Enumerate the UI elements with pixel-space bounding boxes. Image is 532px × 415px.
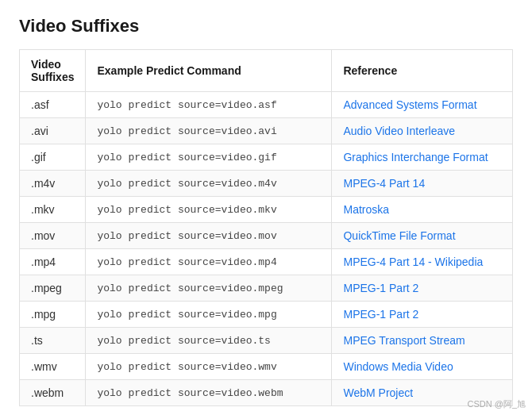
- reference-link[interactable]: MPEG-4 Part 14 - Wikipedia: [343, 256, 483, 268]
- reference-cell[interactable]: Advanced Systems Format: [332, 92, 513, 118]
- suffix-cell: .ts: [20, 328, 86, 354]
- reference-link[interactable]: Audio Video Interleave: [343, 125, 455, 137]
- table-row: .webmyolo predict source=video.webmWebM …: [20, 380, 513, 406]
- reference-cell[interactable]: MPEG-1 Part 2: [332, 302, 513, 328]
- reference-link[interactable]: Graphics Interchange Format: [343, 151, 488, 163]
- reference-cell[interactable]: MPEG-1 Part 2: [332, 275, 513, 302]
- command-cell: yolo predict source=video.wmv: [86, 354, 332, 380]
- table-row: .wmvyolo predict source=video.wmvWindows…: [20, 354, 513, 380]
- table-header-row: Video Suffixes Example Predict Command R…: [20, 50, 513, 92]
- reference-link[interactable]: MPEG-1 Part 2: [343, 308, 418, 321]
- command-cell: yolo predict source=video.asf: [86, 92, 332, 118]
- command-cell: yolo predict source=video.mpg: [86, 302, 332, 328]
- command-cell: yolo predict source=video.mp4: [86, 249, 332, 275]
- reference-cell[interactable]: Windows Media Video: [332, 354, 513, 380]
- reference-cell[interactable]: MPEG Transport Stream: [332, 328, 513, 354]
- suffix-cell: .mpg: [20, 302, 86, 328]
- suffix-cell: .m4v: [20, 171, 86, 197]
- reference-cell[interactable]: MPEG-4 Part 14: [332, 171, 513, 197]
- table-row: .tsyolo predict source=video.tsMPEG Tran…: [20, 328, 513, 354]
- table-row: .mpegyolo predict source=video.mpegMPEG-…: [20, 275, 513, 302]
- header-reference: Reference: [332, 50, 513, 92]
- suffix-cell: .webm: [20, 380, 86, 406]
- command-cell: yolo predict source=video.gif: [86, 144, 332, 171]
- video-suffixes-table: Video Suffixes Example Predict Command R…: [19, 49, 513, 406]
- header-command: Example Predict Command: [86, 50, 332, 92]
- suffix-cell: .mkv: [20, 197, 86, 223]
- reference-link[interactable]: MPEG Transport Stream: [343, 334, 465, 347]
- table-row: .aviyolo predict source=video.aviAudio V…: [20, 118, 513, 144]
- suffix-cell: .wmv: [20, 354, 86, 380]
- reference-link[interactable]: MPEG-4 Part 14: [343, 177, 425, 190]
- reference-link[interactable]: MPEG-1 Part 2: [343, 282, 418, 294]
- watermark: CSDN @阿_旭: [467, 398, 526, 410]
- reference-cell[interactable]: Matroska: [332, 197, 513, 223]
- command-cell: yolo predict source=video.avi: [86, 118, 332, 144]
- reference-link[interactable]: Advanced Systems Format: [343, 98, 476, 111]
- suffix-cell: .mov: [20, 223, 86, 249]
- table-row: .gifyolo predict source=video.gifGraphic…: [20, 144, 513, 171]
- suffix-cell: .mp4: [20, 249, 86, 275]
- reference-cell[interactable]: Audio Video Interleave: [332, 118, 513, 144]
- header-suffix: Video Suffixes: [20, 50, 86, 92]
- reference-cell[interactable]: MPEG-4 Part 14 - Wikipedia: [332, 249, 513, 275]
- command-cell: yolo predict source=video.ts: [86, 328, 332, 354]
- reference-link[interactable]: QuickTime File Format: [343, 229, 455, 242]
- suffix-cell: .mpeg: [20, 275, 86, 302]
- command-cell: yolo predict source=video.mpeg: [86, 275, 332, 302]
- suffix-cell: .asf: [20, 92, 86, 118]
- reference-link[interactable]: WebM Project: [343, 386, 413, 399]
- command-cell: yolo predict source=video.mov: [86, 223, 332, 249]
- table-row: .mkvyolo predict source=video.mkvMatrosk…: [20, 197, 513, 223]
- reference-link[interactable]: Matroska: [343, 203, 389, 216]
- suffix-cell: .avi: [20, 118, 86, 144]
- page-title: Video Suffixes: [19, 16, 513, 37]
- command-cell: yolo predict source=video.mkv: [86, 197, 332, 223]
- table-row: .m4vyolo predict source=video.m4vMPEG-4 …: [20, 171, 513, 197]
- reference-cell[interactable]: Graphics Interchange Format: [332, 144, 513, 171]
- table-row: .mpgyolo predict source=video.mpgMPEG-1 …: [20, 302, 513, 328]
- table-row: .asfyolo predict source=video.asfAdvance…: [20, 92, 513, 118]
- table-row: .movyolo predict source=video.movQuickTi…: [20, 223, 513, 249]
- reference-cell[interactable]: QuickTime File Format: [332, 223, 513, 249]
- command-cell: yolo predict source=video.webm: [86, 380, 332, 406]
- reference-link[interactable]: Windows Media Video: [343, 360, 453, 373]
- suffix-cell: .gif: [20, 144, 86, 171]
- table-row: .mp4yolo predict source=video.mp4MPEG-4 …: [20, 249, 513, 275]
- command-cell: yolo predict source=video.m4v: [86, 171, 332, 197]
